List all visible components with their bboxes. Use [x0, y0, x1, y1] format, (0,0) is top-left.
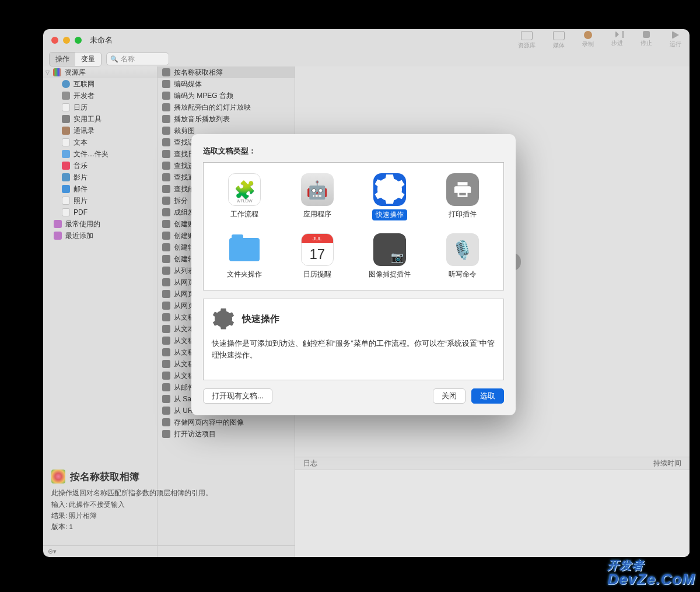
open-existing-button[interactable]: 打开现有文稿...	[203, 388, 272, 404]
desc-title: 快速操作	[242, 313, 279, 325]
gear-icon	[373, 173, 406, 206]
cell-folder-action[interactable]: 文件夹操作	[208, 230, 281, 283]
cell-application[interactable]: 🤖 应用程序	[281, 170, 354, 224]
image-capture-icon	[373, 233, 406, 266]
printer-icon	[446, 173, 479, 206]
watermark: 开发者 DevZe.CoM	[607, 560, 695, 589]
gear-icon	[212, 307, 235, 331]
folder-icon	[228, 233, 261, 266]
modal-title: 选取文稿类型：	[203, 146, 504, 156]
cell-image-capture[interactable]: 图像捕捉插件	[354, 230, 426, 283]
doctype-description: 快速操作 快速操作是可添加到访达、触控栏和“服务”菜单的工作流程。你可以在“系统…	[203, 299, 504, 380]
choose-button[interactable]: 选取	[471, 388, 504, 404]
microphone-icon: 🎙️	[446, 233, 479, 266]
cell-print-plugin[interactable]: 打印插件	[426, 170, 499, 224]
cell-dictation[interactable]: 🎙️ 听写命令	[426, 230, 499, 283]
doctype-grid: 🧩 工作流程 🤖 应用程序 快速操作 打印插件 文件夹操作 JUL 17	[203, 162, 504, 290]
close-button[interactable]: 关闭	[433, 388, 466, 404]
app-icon: 🤖	[301, 173, 334, 206]
cell-quick-action[interactable]: 快速操作	[354, 170, 426, 224]
doctype-modal: 选取文稿类型： 🧩 工作流程 🤖 应用程序 快速操作 打印插件 文件夹操作	[191, 134, 516, 415]
workflow-icon: 🧩	[228, 173, 261, 206]
desc-text: 快速操作是可添加到访达、触控栏和“服务”菜单的工作流程。你可以在“系统设置”中管…	[212, 338, 495, 360]
calendar-icon: JUL 17	[301, 233, 334, 266]
cell-workflow[interactable]: 🧩 工作流程	[208, 170, 281, 224]
cell-calendar-alarm[interactable]: JUL 17 日历提醒	[281, 230, 354, 283]
